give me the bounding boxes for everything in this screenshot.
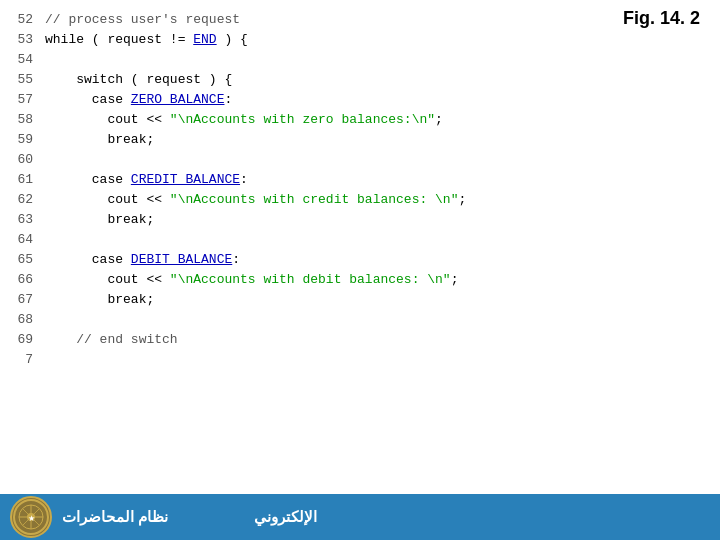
code-line-57: 57 case ZERO_BALANCE: [0,90,720,110]
line-num-57: 57 [0,90,45,110]
code-content-62: cout << "\nAccounts with credit balances… [45,190,466,210]
code-line-60: 60 [0,150,720,170]
code-line-62: 62 cout << "\nAccounts with credit balan… [0,190,720,210]
code-line-54: 54 [0,50,720,70]
code-line-59: 59 break; [0,130,720,150]
code-line-52: 52 // process user's request [0,10,720,30]
code-line-68: 68 [0,310,720,330]
line-num-60: 60 [0,150,45,170]
code-content-65: case DEBIT_BALANCE: [45,250,240,270]
line-num-61: 61 [0,170,45,190]
line-num-52: 52 [0,10,45,30]
fig-label: Fig. 14. 2 [623,8,700,29]
line-num-59: 59 [0,130,45,150]
line-num-64: 64 [0,230,45,250]
line-num-67: 67 [0,290,45,310]
line-num-7: 7 [0,350,45,370]
code-line-64: 64 [0,230,720,250]
code-line-66: 66 cout << "\nAccounts with debit balanc… [0,270,720,290]
code-content-66: cout << "\nAccounts with debit balances:… [45,270,459,290]
line-num-54: 54 [0,50,45,70]
code-content-52: // process user's request [45,10,240,30]
svg-text:★: ★ [28,514,35,523]
banner-text-left: الإلكتروني [254,508,317,526]
line-num-58: 58 [0,110,45,130]
code-line-69: 69 // end switch [0,330,720,350]
line-num-62: 62 [0,190,45,210]
code-line-65: 65 case DEBIT_BALANCE: [0,250,720,270]
code-content-69: // end switch [45,330,178,350]
code-content-57: case ZERO_BALANCE: [45,90,232,110]
code-content-55: switch ( request ) { [45,70,232,90]
banner-separator [178,509,244,526]
logo-icon: ★ [10,496,52,538]
banner-text-right: نظام المحاضرات [62,508,168,526]
bottom-banner: ★ نظام المحاضرات الإلكتروني [0,494,720,540]
code-line-63: 63 break; [0,210,720,230]
code-area: 52 // process user's request 53 while ( … [0,0,720,380]
line-num-69: 69 [0,330,45,350]
line-num-55: 55 [0,70,45,90]
code-line-7: 7 [0,350,720,370]
code-content-53: while ( request != END ) { [45,30,248,50]
line-num-63: 63 [0,210,45,230]
code-content-61: case CREDIT_BALANCE: [45,170,248,190]
line-num-66: 66 [0,270,45,290]
code-content-58: cout << "\nAccounts with zero balances:\… [45,110,443,130]
code-content-63: break; [45,210,154,230]
code-line-58: 58 cout << "\nAccounts with zero balance… [0,110,720,130]
code-content-59: break; [45,130,154,150]
line-num-53: 53 [0,30,45,50]
line-num-65: 65 [0,250,45,270]
code-line-67: 67 break; [0,290,720,310]
line-num-68: 68 [0,310,45,330]
code-line-55: 55 switch ( request ) { [0,70,720,90]
code-content-67: break; [45,290,154,310]
code-line-61: 61 case CREDIT_BALANCE: [0,170,720,190]
code-line-53: 53 while ( request != END ) { [0,30,720,50]
